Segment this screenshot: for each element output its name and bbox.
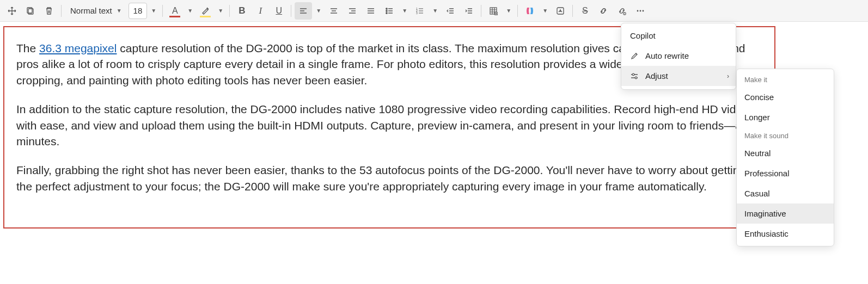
svg-text:3: 3 xyxy=(416,11,418,15)
paragraph-3: Finally, grabbing the right shot has nev… xyxy=(16,162,762,194)
svg-point-2 xyxy=(386,8,387,9)
copilot-context-menu: Copilot Auto rewrite Adjust › xyxy=(621,23,736,90)
svg-point-13 xyxy=(640,10,641,11)
adjust-neutral[interactable]: Neutral xyxy=(737,143,834,163)
insert-link-button[interactable] xyxy=(595,2,612,20)
adjust-concise[interactable]: Concise xyxy=(737,87,834,107)
copilot-menu-title: Copilot xyxy=(621,27,736,46)
separator xyxy=(229,5,230,17)
strikethrough-button[interactable]: S xyxy=(576,2,594,20)
align-dropdown[interactable]: ▼ xyxy=(313,2,324,20)
chevron-down-icon: ▼ xyxy=(117,8,122,14)
adjust-header-make-it: Make it xyxy=(737,71,834,87)
adjust-professional[interactable]: Professional xyxy=(737,163,834,183)
font-size-select[interactable]: 18 xyxy=(129,3,148,19)
font-color-button[interactable]: A xyxy=(166,2,184,20)
highlight-dropdown[interactable]: ▼ xyxy=(215,2,226,20)
numbered-list-dropdown[interactable]: ▼ xyxy=(430,2,441,20)
separator xyxy=(572,5,573,17)
paragraph-2: In addition to the static capture resolu… xyxy=(16,101,762,149)
separator xyxy=(291,5,291,17)
copilot-dropdown[interactable]: ▼ xyxy=(540,2,551,20)
rewrite-icon[interactable] xyxy=(552,2,569,20)
auto-rewrite-item[interactable]: Auto rewrite xyxy=(621,46,736,66)
svg-point-12 xyxy=(637,10,639,11)
formatting-toolbar: Normal text ▼ 18 ▼ A ▼ ▼ B I U ▼ ▼ xyxy=(0,0,868,22)
bulleted-list-button[interactable] xyxy=(381,2,398,20)
move-icon[interactable] xyxy=(3,2,21,20)
font-size-value: 18 xyxy=(133,6,143,15)
svg-point-4 xyxy=(386,12,387,13)
auto-rewrite-label: Auto rewrite xyxy=(645,51,689,60)
adjust-longer[interactable]: Longer xyxy=(737,107,834,127)
insert-table-button[interactable] xyxy=(485,2,502,20)
adjust-item[interactable]: Adjust › xyxy=(621,66,736,86)
svg-point-3 xyxy=(386,10,387,11)
text: The xyxy=(16,42,39,54)
numbered-list-button[interactable]: 1 2 3 xyxy=(411,2,429,20)
chevron-right-icon: › xyxy=(727,72,729,80)
italic-button[interactable]: I xyxy=(252,2,269,20)
clear-formatting-button[interactable] xyxy=(613,2,631,20)
adjust-label: Adjust xyxy=(645,71,668,81)
svg-point-16 xyxy=(635,77,637,79)
separator xyxy=(162,5,163,17)
delete-icon[interactable] xyxy=(40,2,58,20)
adjust-enthusiastic[interactable]: Enthusiastic xyxy=(737,224,834,244)
font-color-dropdown[interactable]: ▼ xyxy=(185,2,195,20)
sliders-icon xyxy=(630,72,639,81)
svg-point-14 xyxy=(643,10,644,11)
separator xyxy=(481,5,481,17)
bold-button[interactable]: B xyxy=(233,2,250,20)
svg-point-15 xyxy=(632,73,634,76)
highlight-button[interactable] xyxy=(197,2,214,20)
align-justify-button[interactable] xyxy=(362,2,380,20)
align-center-button[interactable] xyxy=(325,2,343,20)
copilot-icon[interactable] xyxy=(521,2,539,20)
adjust-casual[interactable]: Casual xyxy=(737,183,834,203)
copy-icon[interactable] xyxy=(22,2,39,20)
align-right-button[interactable] xyxy=(344,2,361,20)
resolution-link[interactable]: 36.3 megapixel xyxy=(39,42,117,54)
pencil-icon xyxy=(630,52,639,60)
separator xyxy=(517,5,518,17)
align-left-button[interactable] xyxy=(295,2,312,20)
more-options-button[interactable] xyxy=(632,2,649,20)
font-size-dropdown[interactable]: ▼ xyxy=(148,2,159,20)
underline-button[interactable]: U xyxy=(270,2,288,20)
adjust-submenu: Make it Concise Longer Make it sound Neu… xyxy=(736,69,834,246)
table-dropdown[interactable]: ▼ xyxy=(503,2,514,20)
adjust-imaginative[interactable]: Imaginative xyxy=(737,203,834,224)
paragraph-style-label: Normal text xyxy=(70,6,112,15)
adjust-header-make-it-sound: Make it sound xyxy=(737,127,834,143)
paragraph-style-select[interactable]: Normal text ▼ xyxy=(65,2,127,20)
separator xyxy=(61,5,62,17)
increase-indent-button[interactable] xyxy=(460,2,478,20)
decrease-indent-button[interactable] xyxy=(442,2,459,20)
bulleted-list-dropdown[interactable]: ▼ xyxy=(399,2,410,20)
